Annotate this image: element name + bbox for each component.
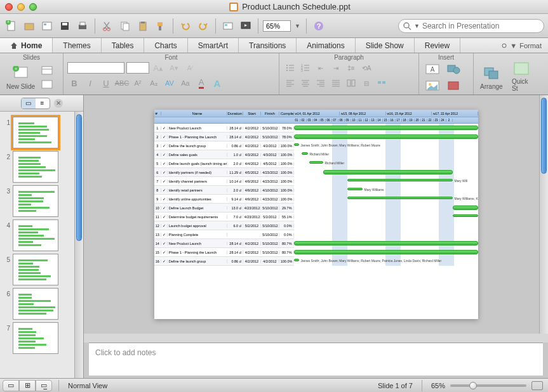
search-input[interactable] xyxy=(422,22,540,30)
quick-styles-button[interactable]: Quick St xyxy=(509,59,533,93)
thumbnail-4[interactable]: 4 xyxy=(0,218,74,252)
thumbnail-5[interactable]: 5 xyxy=(0,252,74,287)
zoom-input[interactable]: 65% xyxy=(263,20,291,32)
font-size-select[interactable] xyxy=(126,62,149,74)
layout-button[interactable] xyxy=(40,64,54,77)
char-spacing-button[interactable]: AV xyxy=(163,77,177,89)
tab-charts[interactable]: Charts xyxy=(144,38,187,53)
document-icon xyxy=(229,3,238,11)
clear-format-button[interactable]: A⁄ xyxy=(183,62,197,74)
smartart-convert-button[interactable] xyxy=(375,77,389,89)
redo-button[interactable] xyxy=(196,18,211,34)
thumbs-scrollbar[interactable] xyxy=(74,112,83,378)
zoom-slider[interactable] xyxy=(450,384,526,387)
svg-rect-70 xyxy=(448,82,458,89)
slide[interactable]: #NameDurationStartFinishComplete1✓New Pr… xyxy=(154,110,478,319)
grow-font-button[interactable]: A▴ xyxy=(151,62,165,74)
slide-vertical-scrollbar[interactable] xyxy=(539,95,548,334)
fit-to-window-button[interactable] xyxy=(531,381,543,390)
bullets-button[interactable] xyxy=(283,62,297,74)
tab-review[interactable]: Review xyxy=(415,38,460,53)
thumbnail-1[interactable]: 1 xyxy=(0,115,74,150)
align-right-button[interactable] xyxy=(314,77,328,89)
svg-rect-16 xyxy=(157,22,163,26)
tab-home[interactable]: Home xyxy=(0,38,53,53)
text-direction-button[interactable]: ⟲A xyxy=(359,62,373,74)
text-box-button[interactable]: A xyxy=(423,63,442,75)
picture-button[interactable] xyxy=(423,79,442,92)
tab-themes[interactable]: Themes xyxy=(53,38,101,53)
section-button[interactable] xyxy=(40,78,54,91)
slide-horizontal-scrollbar[interactable] xyxy=(84,334,548,343)
change-case-button[interactable]: Aa xyxy=(178,77,192,89)
columns-button[interactable] xyxy=(344,77,358,89)
close-window-button[interactable] xyxy=(5,3,13,11)
new-document-button[interactable]: + xyxy=(4,18,19,34)
notes-pane[interactable]: Click to add notes xyxy=(89,343,543,376)
increase-indent-button[interactable]: ⇥ xyxy=(329,62,343,74)
svg-rect-9 xyxy=(80,22,85,25)
minimize-window-button[interactable] xyxy=(17,3,25,11)
line-spacing-button[interactable]: ‡≡ xyxy=(344,62,358,74)
underline-button[interactable]: U xyxy=(99,77,113,89)
zoom-dropdown[interactable]: ▼ xyxy=(293,23,302,29)
slideshow-view-button[interactable]: ▭̲ xyxy=(36,380,52,391)
panel-view-toggle[interactable]: ▭ ≡ xyxy=(21,98,50,109)
svg-text:+: + xyxy=(7,20,10,24)
help-button[interactable]: ? xyxy=(311,18,326,34)
thumbnails-view-button[interactable]: ▭ xyxy=(22,98,36,108)
svg-rect-3 xyxy=(25,23,34,30)
slides-panel-header: ▭ ≡ ✕ xyxy=(0,95,83,112)
shapes-button[interactable] xyxy=(444,63,463,75)
zoom-slider-knob[interactable] xyxy=(469,382,477,389)
slide-canvas[interactable]: #NameDurationStartFinishComplete1✓New Pr… xyxy=(84,95,548,334)
media-button[interactable] xyxy=(220,18,236,34)
font-color-button[interactable]: A xyxy=(194,77,208,89)
thumbnail-3[interactable]: 3 xyxy=(0,184,74,218)
copy-button[interactable] xyxy=(117,18,133,34)
thumbnail-7[interactable]: 7 xyxy=(0,321,74,355)
print-button[interactable] xyxy=(75,18,90,34)
shrink-font-button[interactable]: A▾ xyxy=(167,62,181,74)
save-button[interactable] xyxy=(57,18,72,34)
close-panel-button[interactable]: ✕ xyxy=(54,99,63,108)
justify-button[interactable] xyxy=(329,77,343,89)
ribbon-group-paragraph: Paragraph xyxy=(283,54,415,62)
align-left-button[interactable] xyxy=(283,77,297,89)
tab-slideshow[interactable]: Slide Show xyxy=(356,38,415,53)
search-box[interactable]: ▼ xyxy=(398,19,544,33)
strike-button[interactable]: ABC xyxy=(115,77,129,89)
slideshow-button[interactable] xyxy=(238,18,253,34)
undo-button[interactable] xyxy=(178,18,193,34)
object-button[interactable] xyxy=(444,79,463,92)
template-button[interactable] xyxy=(39,18,55,34)
superscript-button[interactable]: A² xyxy=(131,77,145,89)
thumbnail-2[interactable]: 2 xyxy=(0,150,74,184)
ribbon-group-font: Font xyxy=(67,54,275,62)
zoom-window-button[interactable] xyxy=(29,3,37,11)
bold-button[interactable]: B xyxy=(67,77,81,89)
align-text-button[interactable]: ⊟ xyxy=(359,77,373,89)
normal-view-button[interactable]: ▭ xyxy=(3,380,19,391)
text-effects-button[interactable]: A xyxy=(210,77,224,89)
paste-button[interactable] xyxy=(135,18,150,34)
arrange-button[interactable]: Arrange xyxy=(478,64,505,91)
decrease-indent-button[interactable]: ⇤ xyxy=(314,62,328,74)
new-slide-button[interactable]: + New Slide xyxy=(4,64,37,91)
subscript-button[interactable]: A₂ xyxy=(147,77,161,89)
thumbnail-6[interactable]: 6 xyxy=(0,287,74,321)
tab-transitions[interactable]: Transitions xyxy=(239,38,297,53)
outline-view-button[interactable]: ≡ xyxy=(36,98,50,108)
numbering-button[interactable]: 123 xyxy=(298,62,312,74)
align-center-button[interactable] xyxy=(298,77,312,89)
tab-tables[interactable]: Tables xyxy=(102,38,145,53)
cut-button[interactable] xyxy=(100,18,115,34)
format-painter-button[interactable] xyxy=(153,18,168,34)
italic-button[interactable]: I xyxy=(83,77,97,89)
tab-animations[interactable]: Animations xyxy=(297,38,355,53)
sorter-view-button[interactable]: ⊞ xyxy=(19,380,36,391)
tab-smartart[interactable]: SmartArt xyxy=(188,38,239,53)
font-family-select[interactable] xyxy=(67,62,124,74)
open-button[interactable] xyxy=(22,18,37,34)
format-menu[interactable]: ▼ Format xyxy=(495,38,548,53)
